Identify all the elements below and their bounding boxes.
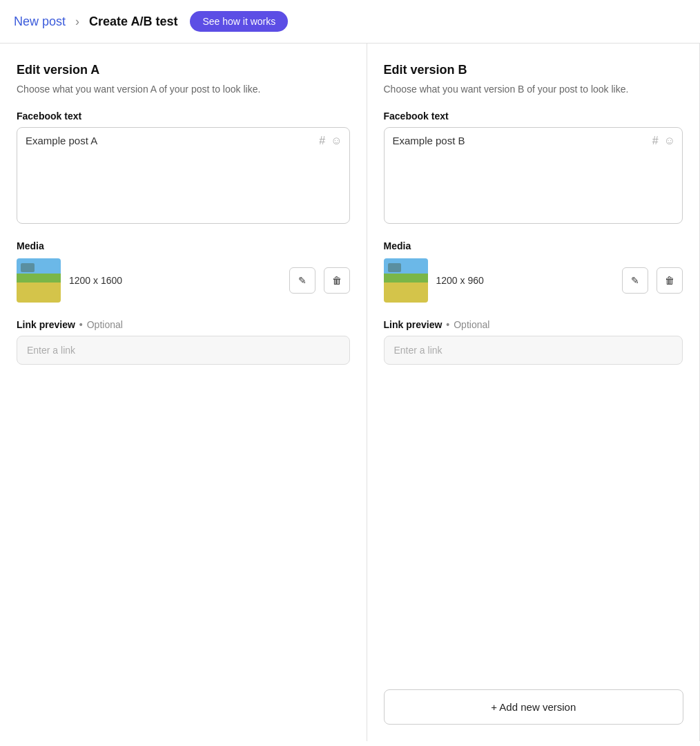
panel-b-description: Choose what you want version B of your p…: [384, 83, 683, 97]
facebook-text-label-b: Facebook text: [384, 111, 683, 122]
new-post-breadcrumb[interactable]: New post: [14, 15, 66, 29]
facebook-text-field-b: # ☺: [384, 127, 683, 224]
trash-icon-b: 🗑: [665, 275, 674, 286]
trash-icon-a: 🗑: [332, 275, 342, 286]
media-row-a: 1200 x 1600 ✎ 🗑: [17, 258, 350, 303]
dot-separator-b: •: [446, 319, 449, 330]
media-image-b: [384, 258, 428, 303]
media-label-a: Media: [17, 240, 350, 251]
hashtag-icon-b[interactable]: #: [652, 135, 659, 147]
media-size-a: 1200 x 1600: [69, 275, 281, 286]
panel-a-title: Edit version A: [17, 63, 350, 77]
link-preview-label-a: Link preview: [17, 319, 75, 330]
facebook-text-field-a: # ☺: [17, 127, 350, 224]
add-version-button[interactable]: + Add new version: [384, 689, 684, 725]
pencil-icon-b: ✎: [631, 275, 639, 286]
textarea-icons-b: # ☺: [652, 135, 675, 147]
link-input-b[interactable]: [384, 336, 683, 365]
panel-b-wrapper: Edit version B Choose what you want vers…: [367, 44, 701, 741]
edit-media-button-a[interactable]: ✎: [289, 267, 315, 294]
hashtag-icon-a[interactable]: #: [319, 135, 325, 147]
see-how-button[interactable]: See how it works: [190, 11, 288, 32]
media-thumbnail-b: [384, 258, 428, 303]
delete-media-button-b[interactable]: 🗑: [657, 267, 683, 294]
facebook-textarea-b[interactable]: [393, 135, 674, 204]
facebook-text-label-a: Facebook text: [17, 111, 350, 122]
panel-a: Edit version A Choose what you want vers…: [0, 44, 367, 741]
breadcrumb-separator: ›: [75, 15, 79, 29]
panel-b-title: Edit version B: [384, 63, 683, 77]
textarea-icons-a: # ☺: [319, 135, 342, 147]
page-title: Create A/B test: [89, 15, 177, 29]
media-size-b: 1200 x 960: [436, 275, 614, 286]
panel-a-description: Choose what you want version A of your p…: [17, 83, 350, 97]
media-row-b: 1200 x 960 ✎ 🗑: [384, 258, 683, 303]
link-preview-header-a: Link preview • Optional: [17, 319, 350, 330]
panel-b: Edit version B Choose what you want vers…: [367, 44, 701, 741]
pencil-icon-a: ✎: [298, 275, 307, 286]
facebook-textarea-a[interactable]: [26, 135, 341, 204]
emoji-icon-b[interactable]: ☺: [664, 135, 675, 147]
dot-separator-a: •: [79, 319, 83, 330]
media-label-b: Media: [384, 240, 683, 251]
header: New post › Create A/B test See how it wo…: [0, 0, 700, 44]
media-image-a: [17, 258, 61, 303]
delete-media-button-a[interactable]: 🗑: [324, 267, 350, 294]
media-thumbnail-a: [17, 258, 61, 303]
edit-media-button-b[interactable]: ✎: [622, 267, 648, 294]
link-preview-header-b: Link preview • Optional: [384, 319, 683, 330]
optional-label-b: Optional: [454, 319, 489, 330]
link-preview-label-b: Link preview: [384, 319, 443, 330]
main-content: Edit version A Choose what you want vers…: [0, 44, 700, 741]
link-input-a[interactable]: [17, 336, 350, 365]
optional-label-a: Optional: [87, 319, 123, 330]
emoji-icon-a[interactable]: ☺: [331, 135, 342, 147]
